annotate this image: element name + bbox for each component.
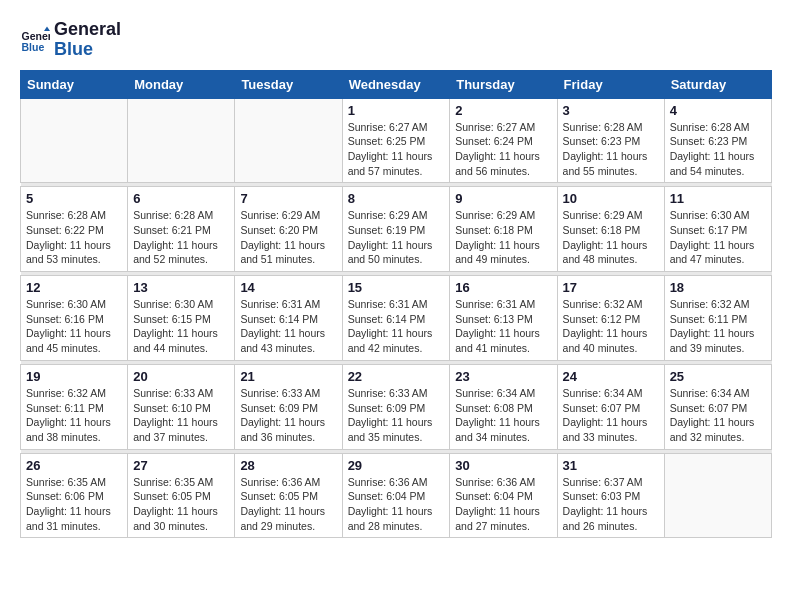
day-info: Sunrise: 6:36 AM Sunset: 6:04 PM Dayligh…: [455, 475, 551, 534]
day-info: Sunrise: 6:27 AM Sunset: 6:25 PM Dayligh…: [348, 120, 445, 179]
day-number: 16: [455, 280, 551, 295]
day-info: Sunrise: 6:33 AM Sunset: 6:10 PM Dayligh…: [133, 386, 229, 445]
day-number: 18: [670, 280, 766, 295]
calendar-header-row: SundayMondayTuesdayWednesdayThursdayFrid…: [21, 70, 772, 98]
day-number: 27: [133, 458, 229, 473]
header-wednesday: Wednesday: [342, 70, 450, 98]
calendar-cell: [664, 453, 771, 538]
day-number: 7: [240, 191, 336, 206]
calendar-cell: 30Sunrise: 6:36 AM Sunset: 6:04 PM Dayli…: [450, 453, 557, 538]
day-number: 12: [26, 280, 122, 295]
calendar-cell: 29Sunrise: 6:36 AM Sunset: 6:04 PM Dayli…: [342, 453, 450, 538]
header-friday: Friday: [557, 70, 664, 98]
day-number: 1: [348, 103, 445, 118]
day-info: Sunrise: 6:31 AM Sunset: 6:14 PM Dayligh…: [348, 297, 445, 356]
calendar-cell: 17Sunrise: 6:32 AM Sunset: 6:12 PM Dayli…: [557, 276, 664, 361]
day-info: Sunrise: 6:29 AM Sunset: 6:18 PM Dayligh…: [563, 208, 659, 267]
day-info: Sunrise: 6:29 AM Sunset: 6:18 PM Dayligh…: [455, 208, 551, 267]
day-number: 14: [240, 280, 336, 295]
day-number: 5: [26, 191, 122, 206]
calendar-cell: 3Sunrise: 6:28 AM Sunset: 6:23 PM Daylig…: [557, 98, 664, 183]
day-number: 22: [348, 369, 445, 384]
calendar-cell: 6Sunrise: 6:28 AM Sunset: 6:21 PM Daylig…: [128, 187, 235, 272]
day-number: 31: [563, 458, 659, 473]
calendar-cell: 15Sunrise: 6:31 AM Sunset: 6:14 PM Dayli…: [342, 276, 450, 361]
logo-line2: Blue: [54, 39, 93, 59]
day-info: Sunrise: 6:29 AM Sunset: 6:20 PM Dayligh…: [240, 208, 336, 267]
day-info: Sunrise: 6:34 AM Sunset: 6:08 PM Dayligh…: [455, 386, 551, 445]
day-info: Sunrise: 6:30 AM Sunset: 6:16 PM Dayligh…: [26, 297, 122, 356]
day-number: 13: [133, 280, 229, 295]
day-number: 20: [133, 369, 229, 384]
day-number: 4: [670, 103, 766, 118]
day-info: Sunrise: 6:37 AM Sunset: 6:03 PM Dayligh…: [563, 475, 659, 534]
calendar-cell: 27Sunrise: 6:35 AM Sunset: 6:05 PM Dayli…: [128, 453, 235, 538]
calendar-cell: 21Sunrise: 6:33 AM Sunset: 6:09 PM Dayli…: [235, 364, 342, 449]
day-info: Sunrise: 6:35 AM Sunset: 6:06 PM Dayligh…: [26, 475, 122, 534]
header-sunday: Sunday: [21, 70, 128, 98]
calendar-cell: [128, 98, 235, 183]
day-number: 10: [563, 191, 659, 206]
day-number: 19: [26, 369, 122, 384]
calendar-cell: 10Sunrise: 6:29 AM Sunset: 6:18 PM Dayli…: [557, 187, 664, 272]
day-info: Sunrise: 6:28 AM Sunset: 6:23 PM Dayligh…: [563, 120, 659, 179]
calendar-cell: [21, 98, 128, 183]
day-info: Sunrise: 6:28 AM Sunset: 6:23 PM Dayligh…: [670, 120, 766, 179]
day-info: Sunrise: 6:32 AM Sunset: 6:11 PM Dayligh…: [26, 386, 122, 445]
calendar-cell: 7Sunrise: 6:29 AM Sunset: 6:20 PM Daylig…: [235, 187, 342, 272]
calendar-cell: 19Sunrise: 6:32 AM Sunset: 6:11 PM Dayli…: [21, 364, 128, 449]
calendar-cell: 22Sunrise: 6:33 AM Sunset: 6:09 PM Dayli…: [342, 364, 450, 449]
calendar-cell: 14Sunrise: 6:31 AM Sunset: 6:14 PM Dayli…: [235, 276, 342, 361]
svg-marker-2: [44, 26, 50, 31]
day-number: 8: [348, 191, 445, 206]
day-number: 9: [455, 191, 551, 206]
day-number: 28: [240, 458, 336, 473]
header-saturday: Saturday: [664, 70, 771, 98]
day-number: 15: [348, 280, 445, 295]
calendar-cell: 13Sunrise: 6:30 AM Sunset: 6:15 PM Dayli…: [128, 276, 235, 361]
calendar-cell: 1Sunrise: 6:27 AM Sunset: 6:25 PM Daylig…: [342, 98, 450, 183]
day-number: 3: [563, 103, 659, 118]
day-info: Sunrise: 6:34 AM Sunset: 6:07 PM Dayligh…: [563, 386, 659, 445]
day-info: Sunrise: 6:36 AM Sunset: 6:05 PM Dayligh…: [240, 475, 336, 534]
logo-line1: General: [54, 19, 121, 39]
calendar-cell: [235, 98, 342, 183]
calendar-cell: 16Sunrise: 6:31 AM Sunset: 6:13 PM Dayli…: [450, 276, 557, 361]
day-info: Sunrise: 6:29 AM Sunset: 6:19 PM Dayligh…: [348, 208, 445, 267]
calendar-cell: 23Sunrise: 6:34 AM Sunset: 6:08 PM Dayli…: [450, 364, 557, 449]
calendar-cell: 9Sunrise: 6:29 AM Sunset: 6:18 PM Daylig…: [450, 187, 557, 272]
header-monday: Monday: [128, 70, 235, 98]
day-info: Sunrise: 6:31 AM Sunset: 6:14 PM Dayligh…: [240, 297, 336, 356]
day-number: 11: [670, 191, 766, 206]
day-info: Sunrise: 6:30 AM Sunset: 6:15 PM Dayligh…: [133, 297, 229, 356]
day-info: Sunrise: 6:33 AM Sunset: 6:09 PM Dayligh…: [348, 386, 445, 445]
day-number: 6: [133, 191, 229, 206]
header: General Blue General Blue: [20, 20, 772, 60]
svg-text:Blue: Blue: [22, 40, 45, 52]
day-number: 30: [455, 458, 551, 473]
calendar-week-5: 26Sunrise: 6:35 AM Sunset: 6:06 PM Dayli…: [21, 453, 772, 538]
calendar-week-4: 19Sunrise: 6:32 AM Sunset: 6:11 PM Dayli…: [21, 364, 772, 449]
header-thursday: Thursday: [450, 70, 557, 98]
calendar-cell: 8Sunrise: 6:29 AM Sunset: 6:19 PM Daylig…: [342, 187, 450, 272]
day-info: Sunrise: 6:36 AM Sunset: 6:04 PM Dayligh…: [348, 475, 445, 534]
calendar-cell: 12Sunrise: 6:30 AM Sunset: 6:16 PM Dayli…: [21, 276, 128, 361]
calendar-cell: 11Sunrise: 6:30 AM Sunset: 6:17 PM Dayli…: [664, 187, 771, 272]
calendar-cell: 2Sunrise: 6:27 AM Sunset: 6:24 PM Daylig…: [450, 98, 557, 183]
calendar-week-1: 1Sunrise: 6:27 AM Sunset: 6:25 PM Daylig…: [21, 98, 772, 183]
day-info: Sunrise: 6:28 AM Sunset: 6:21 PM Dayligh…: [133, 208, 229, 267]
day-number: 24: [563, 369, 659, 384]
calendar-cell: 25Sunrise: 6:34 AM Sunset: 6:07 PM Dayli…: [664, 364, 771, 449]
day-info: Sunrise: 6:27 AM Sunset: 6:24 PM Dayligh…: [455, 120, 551, 179]
day-info: Sunrise: 6:32 AM Sunset: 6:12 PM Dayligh…: [563, 297, 659, 356]
calendar-week-2: 5Sunrise: 6:28 AM Sunset: 6:22 PM Daylig…: [21, 187, 772, 272]
day-info: Sunrise: 6:28 AM Sunset: 6:22 PM Dayligh…: [26, 208, 122, 267]
calendar-cell: 31Sunrise: 6:37 AM Sunset: 6:03 PM Dayli…: [557, 453, 664, 538]
calendar-cell: 26Sunrise: 6:35 AM Sunset: 6:06 PM Dayli…: [21, 453, 128, 538]
day-info: Sunrise: 6:31 AM Sunset: 6:13 PM Dayligh…: [455, 297, 551, 356]
day-number: 21: [240, 369, 336, 384]
day-info: Sunrise: 6:33 AM Sunset: 6:09 PM Dayligh…: [240, 386, 336, 445]
day-number: 26: [26, 458, 122, 473]
calendar-cell: 28Sunrise: 6:36 AM Sunset: 6:05 PM Dayli…: [235, 453, 342, 538]
day-number: 29: [348, 458, 445, 473]
